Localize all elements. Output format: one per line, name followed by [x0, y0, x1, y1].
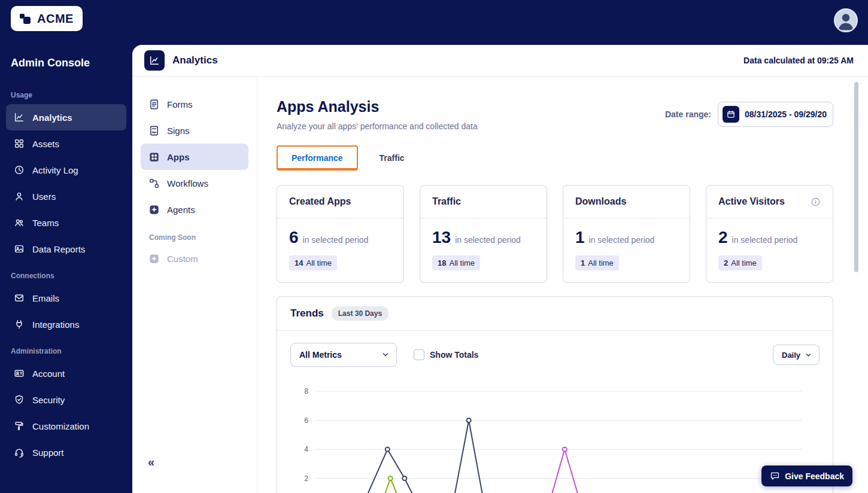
analytics-header-icon — [144, 50, 165, 71]
apps-grid-icon — [148, 151, 160, 163]
subnav-item-label: Workflows — [167, 178, 208, 188]
all-time-label: All time — [306, 258, 332, 267]
date-range-value: 08/31/2025 - 09/29/20 — [745, 109, 827, 119]
sidebar-item-support[interactable]: Support — [6, 439, 126, 465]
sidebar-item-label: Support — [32, 448, 64, 458]
stat-card-traffic: Traffic 13 in selected period 18 All tim… — [420, 185, 547, 283]
analytics-header-title: Analytics — [172, 54, 218, 66]
calendar-icon — [723, 106, 739, 123]
main-content: Analytics Data calculated at 09:25 AM Fo… — [132, 45, 868, 493]
all-time-label: All time — [449, 258, 475, 267]
tab-performance[interactable]: Performance — [292, 153, 343, 163]
sidebar-item-label: Customization — [32, 421, 89, 431]
section-label-usage: Usage — [0, 81, 132, 104]
sparkle-square-icon — [148, 252, 160, 264]
sidebar-item-analytics[interactable]: Analytics — [6, 104, 126, 130]
show-totals-checkbox[interactable] — [414, 349, 424, 360]
shield-icon — [13, 394, 25, 406]
sidebar-item-label: Data Reports — [32, 244, 85, 254]
subnav-item-workflows[interactable]: Workflows — [141, 170, 248, 196]
headset-icon — [13, 446, 25, 458]
sidebar-item-customization[interactable]: Customization — [6, 413, 126, 439]
stat-value: 2 — [718, 228, 728, 247]
section-label-connections: Connections — [0, 262, 132, 285]
subnav-item-label: Agents — [167, 205, 195, 215]
subnav-item-forms[interactable]: Forms — [141, 91, 248, 117]
stat-card-title: Traffic — [432, 196, 461, 207]
active-tab-highlight-box: Performance — [277, 145, 358, 171]
sidebar-item-teams[interactable]: Teams — [6, 209, 126, 236]
all-time-badge: 1 All time — [575, 255, 619, 270]
sidebar-item-activity-log[interactable]: Activity Log — [6, 157, 126, 183]
metrics-filter-select[interactable]: All Metrics — [290, 343, 397, 367]
user-icon — [13, 190, 25, 202]
sidebar-item-emails[interactable]: Emails — [6, 285, 126, 311]
clock-icon — [13, 164, 25, 176]
user-avatar-icon — [835, 10, 857, 31]
trends-card: Trends Last 30 Days All Metrics Show Tot… — [277, 296, 833, 493]
date-range-label: Date range: — [665, 109, 711, 119]
sidebar-title: Admin Console — [0, 51, 132, 81]
stat-card-title: Created Apps — [289, 196, 351, 207]
sidebar-item-label: Emails — [32, 293, 59, 303]
sidebar-item-security[interactable]: Security — [6, 387, 126, 413]
info-icon[interactable] — [811, 197, 821, 207]
subnav-item-apps[interactable]: Apps — [141, 144, 248, 170]
sidebar-item-users[interactable]: Users — [6, 183, 126, 209]
all-time-value: 18 — [438, 258, 446, 267]
user-avatar[interactable] — [834, 8, 858, 32]
give-feedback-button[interactable]: Give Feedback — [761, 465, 852, 486]
trends-title: Trends — [290, 308, 324, 319]
stat-card-downloads: Downloads 1 in selected period 1 All tim… — [563, 185, 690, 283]
subnav-item-label: Apps — [167, 152, 190, 162]
tab-traffic[interactable]: Traffic — [380, 153, 405, 163]
sidebar-item-assets[interactable]: Assets — [6, 130, 126, 157]
plug-icon — [13, 318, 25, 330]
svg-text:2: 2 — [304, 474, 308, 483]
sidebar-item-data-reports[interactable]: Data Reports — [6, 236, 126, 262]
stat-card-active-visitors: Active Visitors 2 in selected period 2 A… — [706, 185, 833, 283]
subnav-item-signs[interactable]: Signs — [141, 117, 248, 144]
interval-select[interactable]: Daily — [773, 345, 820, 365]
subnav-item-custom[interactable]: Custom — [141, 245, 248, 272]
stat-caption: in selected period — [589, 235, 655, 245]
acme-logo[interactable]: ACME — [11, 6, 83, 31]
all-time-label: All time — [588, 258, 614, 267]
collapse-sidebar-button[interactable]: « — [148, 456, 154, 468]
all-time-badge: 2 All time — [718, 255, 762, 270]
chart-line-icon — [13, 111, 25, 123]
workflow-nodes-icon — [148, 177, 160, 189]
coming-soon-label: Coming Soon — [132, 223, 257, 245]
vertical-scrollbar[interactable] — [854, 82, 858, 272]
stat-value: 1 — [575, 228, 585, 247]
paint-roller-icon — [13, 420, 25, 432]
all-time-label: All time — [731, 258, 757, 267]
date-range-picker[interactable]: 08/31/2025 - 09/29/20 — [718, 102, 833, 127]
sidebar-item-label: Account — [32, 369, 65, 379]
stat-value: 13 — [432, 228, 451, 247]
svg-text:4: 4 — [304, 445, 308, 454]
stat-cards: Created Apps 6 in selected period 14 All… — [277, 185, 833, 283]
envelope-icon — [13, 292, 25, 304]
stat-caption: in selected period — [455, 235, 521, 245]
all-time-badge: 18 All time — [432, 255, 480, 270]
sidebar-item-label: Activity Log — [32, 165, 78, 175]
page-subtitle: Analyze your all apps' performance and c… — [277, 121, 478, 131]
sparkle-square-icon — [148, 203, 160, 215]
performance-traffic-tabs: Performance Traffic — [277, 145, 833, 171]
grid-squares-icon — [13, 138, 25, 150]
apps-analysis-panel: Apps Analysis Analyze your all apps' per… — [257, 77, 868, 493]
metrics-filter-value: All Metrics — [299, 350, 342, 360]
subnav-item-label: Forms — [167, 99, 193, 109]
subnav-item-label: Signs — [167, 126, 190, 136]
trends-chart: 8642 — [284, 375, 823, 493]
sidebar-item-label: Analytics — [32, 112, 72, 123]
acme-logo-text: ACME — [37, 12, 74, 26]
subnav-item-agents[interactable]: Agents — [141, 196, 248, 223]
acme-logo-icon — [20, 13, 32, 25]
interval-value: Daily — [782, 351, 800, 360]
sidebar-item-integrations[interactable]: Integrations — [6, 311, 126, 337]
section-label-administration: Administration — [0, 337, 132, 360]
sidebar-item-account[interactable]: Account — [6, 360, 126, 387]
sidebar-item-label: Users — [32, 191, 56, 202]
